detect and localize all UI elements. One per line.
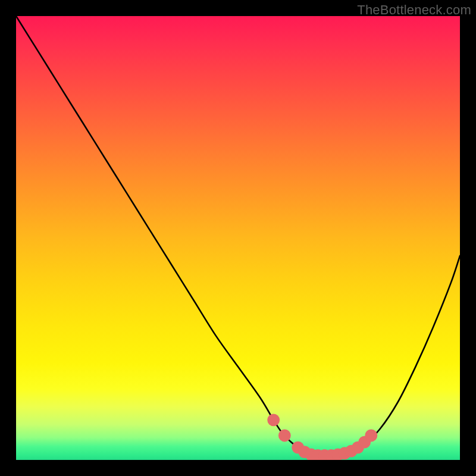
bottleneck-curve [16,16,460,456]
bottleneck-plot [16,16,460,460]
curve-marker [267,414,280,426]
curve-marker [365,430,377,442]
curve-markers [267,414,377,460]
chart-frame [16,16,460,460]
curve-marker [278,430,291,442]
watermark-text: TheBottleneck.com [357,2,471,18]
